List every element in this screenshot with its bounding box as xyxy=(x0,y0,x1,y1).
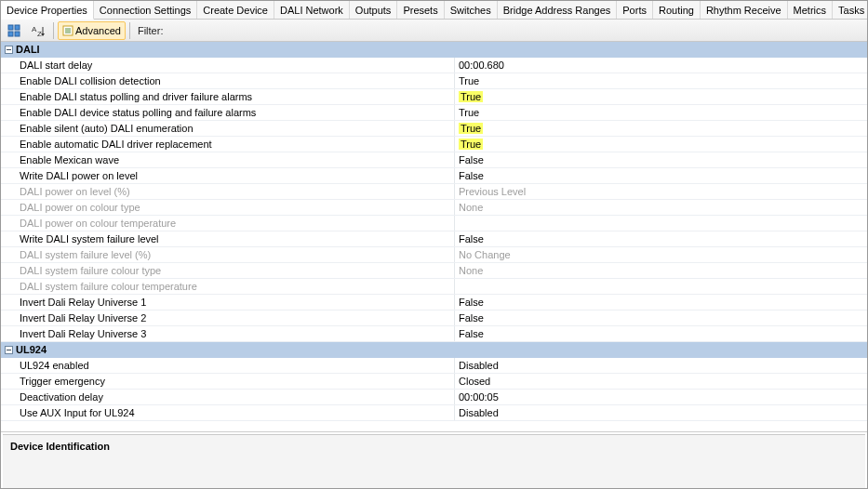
property-row[interactable]: Invert Dali Relay Universe 2False xyxy=(1,311,867,326)
property-name: DALI system failure colour temperature xyxy=(1,279,455,294)
property-name: Write DALI system failure level xyxy=(1,231,455,246)
property-name: Enable silent (auto) DALI enumeration xyxy=(1,121,455,136)
property-value[interactable]: False xyxy=(455,231,867,246)
property-name: Enable Mexican wave xyxy=(1,152,455,167)
property-name: Trigger emergency xyxy=(1,374,455,389)
property-row[interactable]: Use AUX Input for UL924Disabled xyxy=(1,405,867,421)
property-value[interactable]: False xyxy=(455,295,867,310)
property-value[interactable]: Disabled xyxy=(455,405,867,420)
property-row[interactable]: Enable DALI collision detectionTrue xyxy=(1,73,867,89)
property-value[interactable]: True xyxy=(455,73,867,88)
tab-switches[interactable]: Switches xyxy=(444,1,498,19)
property-row[interactable]: Invert Dali Relay Universe 1False xyxy=(1,295,867,311)
property-value[interactable]: Previous Level xyxy=(455,184,867,199)
group-title: DALI xyxy=(16,44,40,55)
tab-rhythm-receive[interactable]: Rhythm Receive xyxy=(700,1,788,19)
property-row[interactable]: UL924 enabledDisabled xyxy=(1,358,867,374)
collapse-icon[interactable] xyxy=(1,346,16,354)
property-name: DALI power on colour temperature xyxy=(1,216,455,231)
property-name: Invert Dali Relay Universe 2 xyxy=(1,311,455,325)
property-row[interactable]: DALI start delay00:00.680 xyxy=(1,58,867,73)
property-value[interactable] xyxy=(455,279,867,294)
property-name: Enable automatic DALI driver replacement xyxy=(1,137,455,152)
property-row[interactable]: DALI power on colour temperature xyxy=(1,216,867,231)
property-name: UL924 enabled xyxy=(1,358,455,373)
toolbar: AZ Advanced Filter: xyxy=(1,20,867,42)
property-name: DALI system failure colour type xyxy=(1,263,455,278)
svg-rect-2 xyxy=(8,25,13,30)
tab-create-device[interactable]: Create Device xyxy=(196,1,274,19)
property-row[interactable]: Write DALI system failure levelFalse xyxy=(1,231,867,247)
property-row[interactable]: Trigger emergencyClosed xyxy=(1,374,867,390)
property-value[interactable]: False xyxy=(455,152,867,167)
alphabetical-button[interactable]: AZ xyxy=(27,21,49,40)
advanced-icon xyxy=(62,25,73,36)
property-row[interactable]: Invert Dali Relay Universe 3False xyxy=(1,326,867,342)
tab-device-properties[interactable]: Device Properties xyxy=(0,2,94,20)
property-value[interactable]: No Change xyxy=(455,247,867,262)
property-name: Enable DALI status polling and driver fa… xyxy=(1,89,455,104)
property-row[interactable]: Write DALI power on levelFalse xyxy=(1,168,867,184)
filter-label: Filter: xyxy=(134,25,164,36)
property-name: Invert Dali Relay Universe 3 xyxy=(1,326,455,341)
group-header[interactable]: DALI xyxy=(1,42,867,58)
property-name: DALI power on colour type xyxy=(1,200,455,215)
property-value[interactable]: True xyxy=(455,137,867,152)
property-row[interactable]: Deactivation delay00:00:05 xyxy=(1,390,867,405)
categorized-button[interactable] xyxy=(3,21,25,40)
tab-dali-network[interactable]: DALI Network xyxy=(274,1,350,19)
property-row[interactable]: DALI system failure colour temperature xyxy=(1,279,867,295)
property-grid[interactable]: DALIDALI start delay00:00.680Enable DALI… xyxy=(1,42,867,432)
property-row[interactable]: Enable silent (auto) DALI enumerationTru… xyxy=(1,121,867,137)
property-value[interactable]: True xyxy=(455,105,867,120)
tab-presets[interactable]: Presets xyxy=(396,1,444,19)
property-row[interactable]: DALI system failure level (%)No Change xyxy=(1,247,867,263)
property-value[interactable] xyxy=(455,216,867,231)
tab-strip: Device PropertiesConnection SettingsCrea… xyxy=(1,1,867,20)
property-value[interactable]: False xyxy=(455,326,867,341)
description-pane: Device Identification xyxy=(3,434,865,488)
highlighted-value: True xyxy=(459,123,483,134)
group-header[interactable]: UL924 xyxy=(1,342,867,358)
property-value[interactable]: True xyxy=(455,89,867,104)
advanced-button[interactable]: Advanced xyxy=(58,21,126,40)
property-name: DALI start delay xyxy=(1,58,455,73)
property-row[interactable]: Enable Mexican waveFalse xyxy=(1,152,867,168)
property-row[interactable]: Enable DALI status polling and driver fa… xyxy=(1,89,867,105)
property-name: Enable DALI device status polling and fa… xyxy=(1,105,455,120)
property-value[interactable]: None xyxy=(455,263,867,278)
highlighted-value: True xyxy=(459,139,483,150)
property-value[interactable]: True xyxy=(455,121,867,136)
svg-rect-5 xyxy=(15,32,20,36)
property-name: Enable DALI collision detection xyxy=(1,73,455,88)
tab-bridge-address-ranges[interactable]: Bridge Address Ranges xyxy=(497,1,618,19)
advanced-label: Advanced xyxy=(75,25,121,36)
property-value[interactable]: None xyxy=(455,200,867,215)
property-row[interactable]: Enable automatic DALI driver replacement… xyxy=(1,137,867,152)
svg-rect-3 xyxy=(15,25,20,30)
toolbar-separator xyxy=(129,22,130,39)
property-name: DALI system failure level (%) xyxy=(1,247,455,262)
tab-tasks[interactable]: Tasks xyxy=(832,1,868,19)
property-value[interactable]: Closed xyxy=(455,374,867,389)
property-name: Write DALI power on level xyxy=(1,168,455,183)
tab-outputs[interactable]: Outputs xyxy=(349,1,398,19)
property-row[interactable]: DALI power on level (%)Previous Level xyxy=(1,184,867,200)
property-value[interactable]: False xyxy=(455,168,867,183)
property-name: DALI power on level (%) xyxy=(1,184,455,199)
property-row[interactable]: Enable DALI device status polling and fa… xyxy=(1,105,867,121)
tab-metrics[interactable]: Metrics xyxy=(787,1,833,19)
property-value[interactable]: 00:00.680 xyxy=(455,58,867,73)
property-value[interactable]: False xyxy=(455,311,867,325)
tab-ports[interactable]: Ports xyxy=(616,1,653,19)
property-value[interactable]: Disabled xyxy=(455,358,867,373)
collapse-icon[interactable] xyxy=(1,46,16,54)
property-name: Deactivation delay xyxy=(1,390,455,404)
property-row[interactable]: DALI system failure colour typeNone xyxy=(1,263,867,279)
toolbar-separator xyxy=(53,22,54,39)
property-name: Invert Dali Relay Universe 1 xyxy=(1,295,455,310)
tab-routing[interactable]: Routing xyxy=(652,1,701,19)
tab-connection-settings[interactable]: Connection Settings xyxy=(93,1,197,19)
property-value[interactable]: 00:00:05 xyxy=(455,390,867,404)
property-row[interactable]: DALI power on colour typeNone xyxy=(1,200,867,216)
